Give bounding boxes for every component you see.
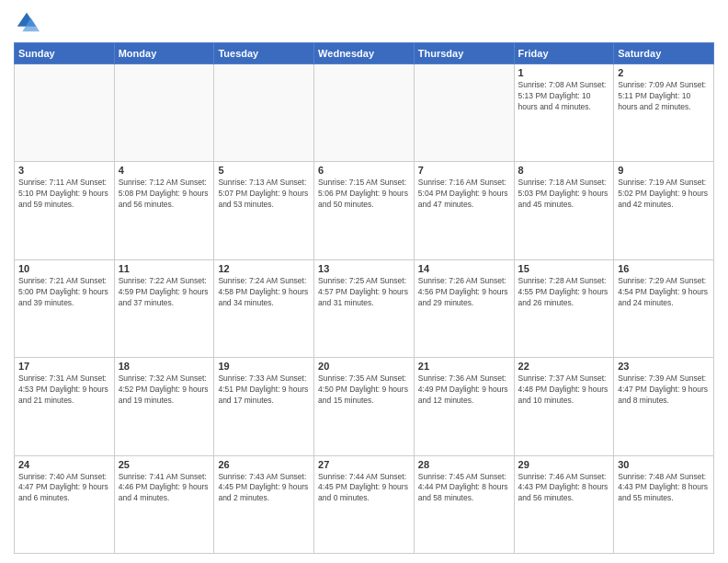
day-info: Sunrise: 7:24 AM Sunset: 4:58 PM Dayligh…: [218, 276, 310, 309]
calendar-header-saturday: Saturday: [614, 43, 714, 64]
calendar-cell: 28Sunrise: 7:45 AM Sunset: 4:44 PM Dayli…: [414, 455, 514, 553]
day-info: Sunrise: 7:08 AM Sunset: 5:13 PM Dayligh…: [518, 80, 610, 113]
day-number: 5: [218, 165, 310, 176]
calendar-cell: 1Sunrise: 7:08 AM Sunset: 5:13 PM Daylig…: [514, 64, 614, 162]
calendar-cell: 24Sunrise: 7:40 AM Sunset: 4:47 PM Dayli…: [15, 455, 115, 553]
day-info: Sunrise: 7:44 AM Sunset: 4:45 PM Dayligh…: [318, 472, 410, 505]
day-number: 2: [618, 67, 710, 78]
day-number: 23: [618, 361, 710, 372]
day-number: 16: [618, 263, 710, 274]
day-number: 15: [518, 263, 610, 274]
day-info: Sunrise: 7:31 AM Sunset: 4:53 PM Dayligh…: [18, 373, 110, 407]
calendar-cell: 16Sunrise: 7:29 AM Sunset: 4:54 PM Dayli…: [614, 259, 714, 357]
day-number: 1: [518, 67, 610, 78]
calendar-cell: 8Sunrise: 7:18 AM Sunset: 5:03 PM Daylig…: [514, 162, 614, 259]
day-number: 29: [518, 459, 610, 470]
calendar-cell: 3Sunrise: 7:11 AM Sunset: 5:10 PM Daylig…: [15, 162, 115, 259]
day-info: Sunrise: 7:48 AM Sunset: 4:43 PM Dayligh…: [618, 472, 710, 505]
logo-icon: [14, 9, 40, 35]
calendar-header-row: SundayMondayTuesdayWednesdayThursdayFrid…: [15, 43, 714, 64]
day-info: Sunrise: 7:25 AM Sunset: 4:57 PM Dayligh…: [318, 276, 410, 309]
day-number: 19: [218, 361, 310, 372]
calendar-week-5: 24Sunrise: 7:40 AM Sunset: 4:47 PM Dayli…: [15, 455, 714, 553]
calendar-header-monday: Monday: [114, 43, 214, 64]
day-number: 18: [119, 361, 210, 372]
day-number: 8: [518, 165, 610, 176]
calendar-cell: 11Sunrise: 7:22 AM Sunset: 4:59 PM Dayli…: [114, 259, 214, 357]
day-info: Sunrise: 7:28 AM Sunset: 4:55 PM Dayligh…: [518, 276, 610, 309]
calendar-cell: 19Sunrise: 7:33 AM Sunset: 4:51 PM Dayli…: [214, 358, 314, 455]
day-number: 7: [418, 165, 510, 176]
calendar-cell: 17Sunrise: 7:31 AM Sunset: 4:53 PM Dayli…: [15, 358, 115, 455]
calendar-table: SundayMondayTuesdayWednesdayThursdayFrid…: [14, 42, 714, 554]
calendar-week-1: 1Sunrise: 7:08 AM Sunset: 5:13 PM Daylig…: [15, 64, 714, 162]
day-number: 4: [119, 165, 210, 176]
calendar-cell: 15Sunrise: 7:28 AM Sunset: 4:55 PM Dayli…: [514, 259, 614, 357]
calendar-cell: [414, 64, 514, 162]
calendar-cell: 13Sunrise: 7:25 AM Sunset: 4:57 PM Dayli…: [314, 259, 415, 357]
calendar-cell: 6Sunrise: 7:15 AM Sunset: 5:06 PM Daylig…: [314, 162, 415, 259]
day-number: 28: [418, 459, 510, 470]
calendar-cell: 9Sunrise: 7:19 AM Sunset: 5:02 PM Daylig…: [614, 162, 714, 259]
day-number: 9: [618, 165, 710, 176]
day-info: Sunrise: 7:35 AM Sunset: 4:50 PM Dayligh…: [318, 373, 410, 407]
day-info: Sunrise: 7:41 AM Sunset: 4:46 PM Dayligh…: [119, 472, 210, 505]
calendar-week-4: 17Sunrise: 7:31 AM Sunset: 4:53 PM Dayli…: [15, 358, 714, 455]
calendar-cell: 20Sunrise: 7:35 AM Sunset: 4:50 PM Dayli…: [314, 358, 415, 455]
day-info: Sunrise: 7:11 AM Sunset: 5:10 PM Dayligh…: [18, 178, 110, 211]
logo: [14, 9, 43, 35]
day-number: 13: [318, 263, 410, 274]
day-info: Sunrise: 7:18 AM Sunset: 5:03 PM Dayligh…: [518, 178, 610, 211]
day-info: Sunrise: 7:21 AM Sunset: 5:00 PM Dayligh…: [18, 276, 110, 309]
calendar-cell: 10Sunrise: 7:21 AM Sunset: 5:00 PM Dayli…: [15, 259, 115, 357]
page: SundayMondayTuesdayWednesdayThursdayFrid…: [0, 0, 728, 563]
calendar-cell: 27Sunrise: 7:44 AM Sunset: 4:45 PM Dayli…: [314, 455, 415, 553]
day-number: 11: [119, 263, 210, 274]
day-number: 17: [18, 361, 110, 372]
day-info: Sunrise: 7:37 AM Sunset: 4:48 PM Dayligh…: [518, 373, 610, 407]
calendar-cell: 7Sunrise: 7:16 AM Sunset: 5:04 PM Daylig…: [414, 162, 514, 259]
day-info: Sunrise: 7:16 AM Sunset: 5:04 PM Dayligh…: [418, 178, 510, 211]
calendar-cell: 30Sunrise: 7:48 AM Sunset: 4:43 PM Dayli…: [614, 455, 714, 553]
day-info: Sunrise: 7:39 AM Sunset: 4:47 PM Dayligh…: [618, 373, 710, 407]
calendar-cell: 25Sunrise: 7:41 AM Sunset: 4:46 PM Dayli…: [114, 455, 214, 553]
day-number: 21: [418, 361, 510, 372]
day-info: Sunrise: 7:33 AM Sunset: 4:51 PM Dayligh…: [218, 373, 310, 407]
calendar-week-3: 10Sunrise: 7:21 AM Sunset: 5:00 PM Dayli…: [15, 259, 714, 357]
day-info: Sunrise: 7:15 AM Sunset: 5:06 PM Dayligh…: [318, 178, 410, 211]
day-number: 14: [418, 263, 510, 274]
header: [14, 9, 714, 35]
calendar-cell: 18Sunrise: 7:32 AM Sunset: 4:52 PM Dayli…: [114, 358, 214, 455]
day-number: 12: [218, 263, 310, 274]
day-number: 3: [18, 165, 110, 176]
day-info: Sunrise: 7:45 AM Sunset: 4:44 PM Dayligh…: [418, 472, 510, 505]
day-number: 20: [318, 361, 410, 372]
day-number: 24: [18, 459, 110, 470]
calendar-header-tuesday: Tuesday: [214, 43, 314, 64]
day-info: Sunrise: 7:12 AM Sunset: 5:08 PM Dayligh…: [119, 178, 210, 211]
calendar-cell: 29Sunrise: 7:46 AM Sunset: 4:43 PM Dayli…: [514, 455, 614, 553]
day-info: Sunrise: 7:13 AM Sunset: 5:07 PM Dayligh…: [218, 178, 310, 211]
day-info: Sunrise: 7:09 AM Sunset: 5:11 PM Dayligh…: [618, 80, 710, 113]
day-number: 30: [618, 459, 710, 470]
calendar-cell: [114, 64, 214, 162]
day-info: Sunrise: 7:26 AM Sunset: 4:56 PM Dayligh…: [418, 276, 510, 309]
day-number: 27: [318, 459, 410, 470]
day-info: Sunrise: 7:40 AM Sunset: 4:47 PM Dayligh…: [18, 472, 110, 505]
calendar-week-2: 3Sunrise: 7:11 AM Sunset: 5:10 PM Daylig…: [15, 162, 714, 259]
day-info: Sunrise: 7:36 AM Sunset: 4:49 PM Dayligh…: [418, 373, 510, 407]
day-info: Sunrise: 7:19 AM Sunset: 5:02 PM Dayligh…: [618, 178, 710, 211]
calendar-header-friday: Friday: [514, 43, 614, 64]
calendar-cell: 14Sunrise: 7:26 AM Sunset: 4:56 PM Dayli…: [414, 259, 514, 357]
day-number: 25: [119, 459, 210, 470]
calendar-cell: [15, 64, 115, 162]
day-number: 10: [18, 263, 110, 274]
calendar-cell: 26Sunrise: 7:43 AM Sunset: 4:45 PM Dayli…: [214, 455, 314, 553]
calendar-cell: 22Sunrise: 7:37 AM Sunset: 4:48 PM Dayli…: [514, 358, 614, 455]
day-number: 22: [518, 361, 610, 372]
calendar-header-thursday: Thursday: [414, 43, 514, 64]
calendar-cell: 2Sunrise: 7:09 AM Sunset: 5:11 PM Daylig…: [614, 64, 714, 162]
day-number: 6: [318, 165, 410, 176]
day-info: Sunrise: 7:43 AM Sunset: 4:45 PM Dayligh…: [218, 472, 310, 505]
calendar-cell: 23Sunrise: 7:39 AM Sunset: 4:47 PM Dayli…: [614, 358, 714, 455]
